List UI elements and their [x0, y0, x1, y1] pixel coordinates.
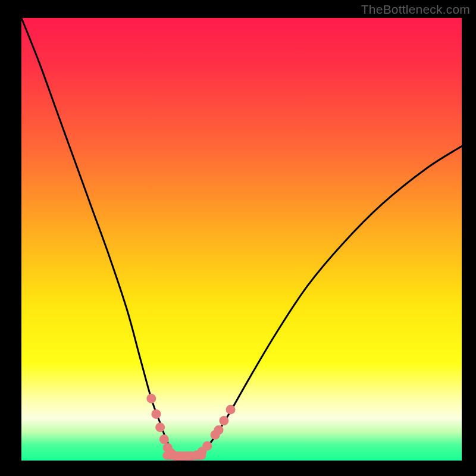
marker-dot: [202, 441, 212, 450]
marker-dot: [151, 409, 161, 419]
marker-dot: [214, 425, 224, 435]
marker-dot: [219, 416, 228, 425]
marker-dot: [226, 405, 236, 414]
marker-dot: [146, 394, 156, 403]
marker-dot: [159, 434, 169, 444]
gradient-background: [21, 18, 462, 461]
chart-frame: TheBottleneck.com: [0, 0, 476, 476]
chart-canvas: [0, 0, 476, 476]
marker-dot: [155, 422, 165, 432]
